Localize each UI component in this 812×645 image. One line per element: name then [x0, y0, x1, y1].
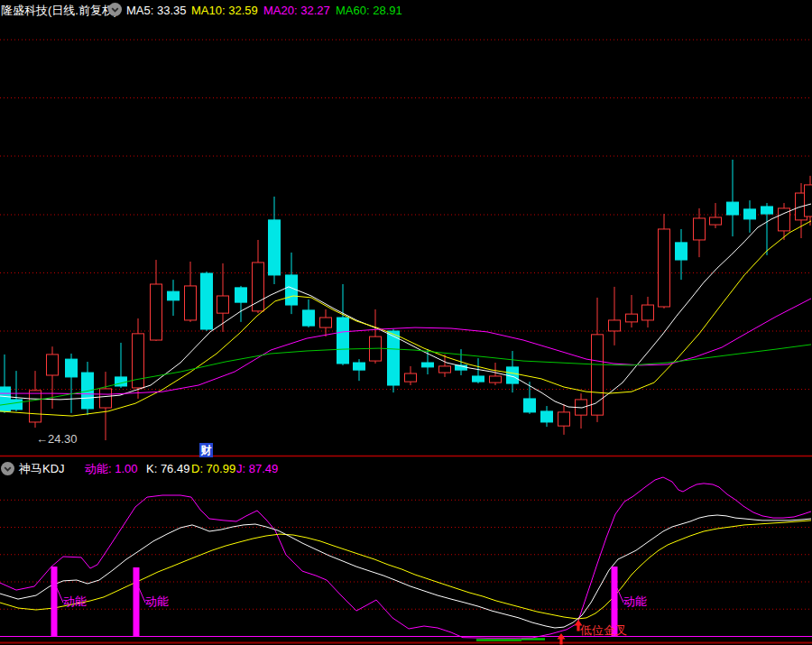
candle-body-down [168, 291, 180, 300]
label-leader-line [617, 588, 623, 603]
buy-arrows [558, 620, 583, 645]
candle-body-up [710, 217, 722, 225]
candle-body-up [609, 320, 621, 331]
candle-body-down [201, 273, 213, 329]
candle-body-up [558, 412, 570, 426]
panel-separator [0, 456, 812, 457]
kdj-line-J [0, 477, 811, 638]
momentum-label: 动能 [145, 594, 169, 608]
chart-canvas[interactable] [0, 0, 812, 645]
candle-body-up [100, 389, 112, 408]
candle-body-down [473, 376, 484, 382]
ma-line-MA10 [0, 221, 811, 416]
candle-body-down [388, 331, 400, 385]
indicator-value-K: K: 76.49 [146, 462, 189, 475]
indicator-title: 神马KDJ [19, 462, 65, 475]
stock-chart-window: 隆盛科技(日线.前复权) MA5: 33.35MA10: 32.59MA20: … [0, 0, 812, 645]
chevron-down-icon[interactable] [1, 462, 14, 475]
candle-body-down [541, 411, 553, 422]
candle-body-up [217, 296, 229, 313]
label-leader-line [139, 588, 145, 603]
candle-body-down [115, 377, 127, 386]
candle-body-down [524, 399, 536, 412]
candle-body-up [659, 229, 670, 307]
candle-body-down [0, 387, 11, 411]
candle-body-up [151, 284, 162, 340]
candle-body-down [354, 363, 365, 370]
momentum-bar [134, 567, 140, 637]
candle-body-down [422, 363, 434, 367]
label-leader-line [57, 588, 63, 603]
candle-body-up [694, 218, 706, 240]
candle-body-up [490, 376, 502, 382]
kdj-grid [0, 500, 812, 609]
indicator-value-MA60: MA60: 28.91 [336, 4, 402, 17]
candle-body-up [592, 335, 604, 415]
candle-body-down [727, 202, 739, 215]
main-grid [0, 40, 812, 390]
candle-body-down [269, 220, 281, 275]
low-golden-cross-label: 低位金叉 [580, 623, 627, 637]
candle-body-up [642, 305, 654, 320]
candle-body-down [303, 310, 315, 326]
kdj-lines [0, 477, 811, 638]
indicator-value-MA20: MA20: 32.27 [263, 4, 330, 17]
momentum-bars [51, 567, 624, 636]
chevron-down-icon[interactable] [108, 3, 122, 16]
indicator-value-动能: 动能: 1.00 [85, 462, 138, 475]
candle-body-up [805, 185, 812, 217]
candle-body-up [320, 318, 332, 327]
momentum-label: 动能 [63, 594, 87, 608]
candle-body-down [11, 400, 23, 410]
kdj-line-K [0, 515, 811, 628]
price-marker-label: ←24.30 [36, 432, 78, 446]
momentum-label: 动能 [623, 594, 647, 608]
candle-body-up [47, 355, 59, 375]
candle-body-up [626, 314, 638, 322]
candle-body-up [439, 366, 451, 373]
support-segment [476, 639, 521, 641]
support-segment [521, 638, 545, 640]
candle-body-down [744, 209, 756, 219]
candle-body-down [66, 359, 78, 377]
cai-marker-badge[interactable]: 财 [199, 443, 213, 457]
indicator-value-J: J: 87.49 [236, 462, 278, 475]
indicator-value-D: D: 70.99 [191, 462, 235, 475]
kdj-line-D [0, 521, 811, 619]
candle-body-down [235, 288, 247, 302]
candle-body-down [676, 243, 687, 260]
indicator-value-MA10: MA10: 32.59 [191, 4, 258, 17]
bottom-border [0, 642, 812, 644]
indicator-value-MA5: MA5: 33.35 [126, 4, 187, 17]
candle-body-up [405, 373, 417, 382]
stock-title: 隆盛科技(日线.前复权) [1, 4, 117, 17]
candle-body-up [185, 286, 197, 320]
candle-body-down [337, 318, 349, 364]
candle-body-down [761, 207, 773, 214]
candle-body-down [286, 275, 298, 305]
momentum-bar [51, 567, 58, 636]
candle-body-up [30, 391, 42, 422]
